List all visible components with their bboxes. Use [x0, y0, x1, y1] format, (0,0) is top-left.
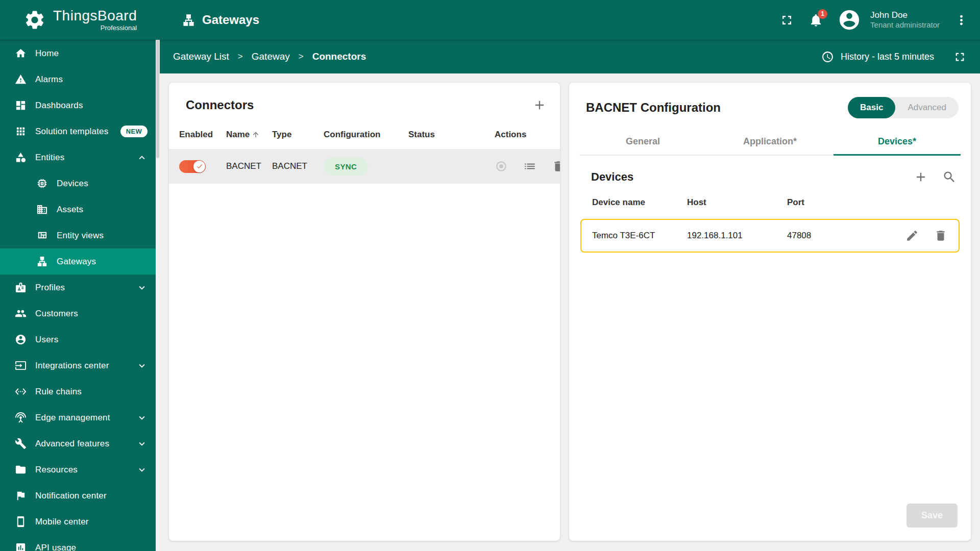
sidebar-item-entities[interactable]: Entities [0, 144, 156, 170]
rpc-button[interactable] [495, 160, 508, 173]
more-menu-button[interactable] [954, 13, 969, 28]
connector-row-bacnet[interactable]: BACNET BACNET SYNC [169, 149, 560, 184]
trash-icon [552, 160, 560, 173]
sidebar-item-rule-chains[interactable]: Rule chains [0, 379, 156, 405]
col-name[interactable]: Name [226, 130, 272, 140]
sidebar-item-label: Assets [57, 205, 83, 215]
gateway-lan-icon [36, 256, 48, 267]
col-host: Host [687, 197, 787, 208]
sidebar-item-profiles[interactable]: Profiles [0, 274, 156, 300]
sidebar-scrollbar[interactable] [156, 40, 160, 551]
breadcrumb-connectors: Connectors [312, 51, 366, 62]
sidebar-item-label: Resources [35, 465, 78, 475]
input-icon [15, 360, 27, 371]
smartphone-icon [15, 516, 27, 528]
col-port: Port [787, 197, 959, 208]
tab-devices[interactable]: Devices* [834, 128, 961, 155]
fullscreen-icon [779, 13, 794, 28]
notifications-button[interactable]: 1 [808, 13, 823, 28]
sidebar-item-home[interactable]: Home [0, 40, 156, 66]
sidebar-item-solution-templates[interactable]: Solution templates NEW [0, 118, 156, 144]
delete-connector-button[interactable] [552, 160, 560, 173]
edit-device-button[interactable] [905, 229, 919, 242]
basic-mode-button[interactable]: Basic [848, 97, 895, 118]
notification-badge: 1 [818, 9, 827, 19]
devices-toolbar [914, 170, 957, 184]
breadcrumb-gateway[interactable]: Gateway [252, 51, 290, 62]
col-name-label: Name [226, 130, 250, 140]
sidebar-item-label: Dashboards [35, 101, 83, 111]
history-range-label[interactable]: History - last 5 minutes [841, 52, 934, 62]
header-actions: 1 John Doe Tenant administrator [779, 8, 980, 32]
sidebar-item-entity-views[interactable]: Entity views [0, 222, 156, 248]
search-device-button[interactable] [942, 170, 957, 184]
sidebar-item-dashboards[interactable]: Dashboards [0, 92, 156, 118]
user-avatar[interactable] [838, 8, 861, 32]
connector-name: BACNET [226, 161, 272, 171]
breadcrumb-gateway-list[interactable]: Gateway List [173, 51, 229, 62]
sidebar-item-integrations-center[interactable]: Integrations center [0, 353, 156, 379]
sidebar-item-devices[interactable]: Devices [0, 170, 156, 196]
antenna-icon [15, 412, 27, 423]
chevron-down-icon [136, 438, 148, 449]
user-info[interactable]: John Doe Tenant administrator [870, 10, 940, 30]
sidebar-item-resources[interactable]: Resources [0, 457, 156, 483]
clock-icon [821, 51, 834, 63]
save-button[interactable]: Save [906, 504, 958, 528]
tab-application[interactable]: Application* [706, 128, 834, 155]
add-device-button[interactable] [914, 170, 928, 184]
user-name: John Doe [870, 10, 940, 20]
chevron-down-icon [136, 360, 148, 371]
scrollbar-thumb[interactable] [156, 41, 159, 158]
sidebar-item-edge-management[interactable]: Edge management [0, 405, 156, 431]
sidebar-item-alarms[interactable]: Alarms [0, 66, 156, 92]
delete-device-button[interactable] [934, 229, 947, 242]
save-row: Save [569, 504, 971, 541]
sidebar-item-gateways[interactable]: Gateways [0, 248, 156, 274]
col-enabled[interactable]: Enabled [179, 130, 226, 140]
col-device-name: Device name [592, 197, 687, 208]
sort-ascending-icon [252, 131, 260, 139]
chevron-down-icon [136, 412, 148, 423]
apps-grid-icon [15, 126, 27, 137]
sidebar-nav: Home Alarms Dashboards Solution template… [0, 40, 156, 551]
logs-button[interactable] [523, 160, 536, 173]
sidebar-item-label: Users [35, 335, 58, 345]
connector-enabled-toggle[interactable] [179, 160, 206, 173]
sidebar-item-label: Advanced features [35, 439, 109, 449]
sidebar-item-advanced-features[interactable]: Advanced features [0, 431, 156, 457]
sidebar-item-users[interactable]: Users [0, 327, 156, 353]
top-header: ThingsBoard Professional Gateways 1 John… [0, 0, 980, 40]
gateway-lan-icon [182, 13, 195, 27]
sidebar-item-notification-center[interactable]: Notification center [0, 483, 156, 509]
sidebar-item-label: Gateways [57, 257, 96, 267]
sidebar-item-label: Rule chains [35, 387, 82, 397]
sidebar-item-api-usage[interactable]: API usage [0, 535, 156, 551]
device-actions [905, 229, 947, 242]
page-title-label: Gateways [202, 13, 259, 27]
panel-fullscreen-button[interactable] [953, 50, 967, 64]
tab-general[interactable]: General [579, 128, 706, 155]
add-connector-button[interactable] [532, 98, 547, 112]
sidebar-item-label: Integrations center [35, 361, 109, 371]
sidebar-item-label: Edge management [35, 413, 110, 423]
sidebar-item-mobile-center[interactable]: Mobile center [0, 509, 156, 535]
badge-icon [15, 282, 27, 293]
col-status[interactable]: Status [408, 130, 495, 140]
advanced-mode-button[interactable]: Advanced [895, 97, 959, 118]
col-type[interactable]: Type [272, 130, 324, 140]
sidebar-item-assets[interactable]: Assets [0, 196, 156, 222]
sidebar-item-customers[interactable]: Customers [0, 300, 156, 327]
folder-icon [15, 464, 27, 475]
fullscreen-button[interactable] [779, 13, 794, 28]
connectors-title: Connectors [186, 98, 254, 112]
config-header: BACNET Configuration Basic Advanced [569, 83, 971, 120]
fullscreen-icon [953, 50, 967, 64]
brand-logo[interactable]: ThingsBoard Professional [0, 8, 163, 31]
sidebar-item-label: Solution templates [35, 127, 108, 137]
col-actions: Actions [495, 130, 550, 140]
device-row-temco[interactable]: Temco T3E-6CT 192.168.1.101 47808 [580, 219, 960, 253]
sidebar-item-label: Home [35, 48, 59, 59]
col-configuration[interactable]: Configuration [324, 130, 408, 140]
plus-icon [914, 170, 928, 184]
